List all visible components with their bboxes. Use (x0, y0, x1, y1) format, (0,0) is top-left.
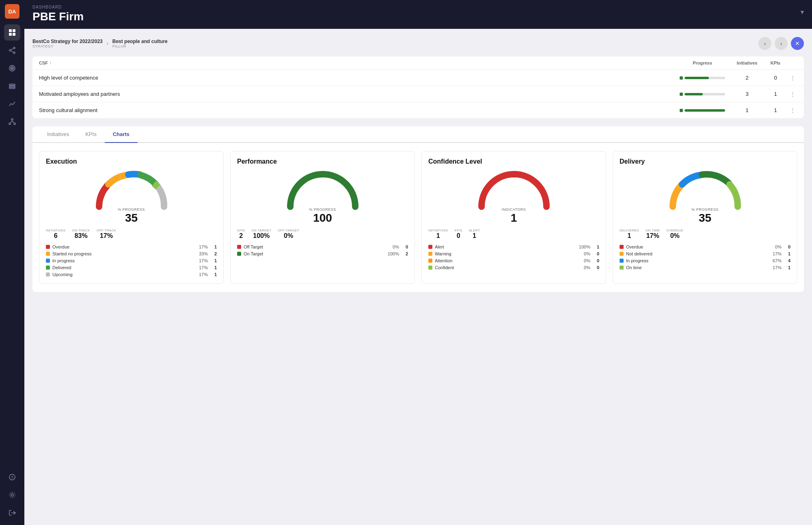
sidebar-item-chart[interactable] (4, 96, 20, 112)
legend-color (428, 259, 432, 263)
legend-color (620, 245, 624, 249)
gauge-confidence: Indicators 1 (428, 170, 599, 225)
col-header-kpis: KPIs (763, 60, 788, 65)
header-label: DASHBOARD (32, 5, 804, 9)
legend-item: In progress 67% 4 (620, 258, 790, 263)
legend-item: Overdue 17% 1 (46, 244, 217, 249)
row-menu-button[interactable]: ⋮ (788, 107, 797, 113)
legend-item: Upcoming 17% 1 (46, 272, 217, 277)
progress-bar-fill (685, 93, 703, 95)
sidebar-item-layers[interactable] (4, 78, 20, 94)
gauge-confidence-stats: INITIATIVES 1 KPIS 0 ALERT 1 (428, 229, 599, 240)
csf-table: CSF ↑ Progress Initiatives KPIs High lev… (32, 56, 804, 118)
row-initiatives: 1 (731, 107, 763, 113)
legend-color (46, 245, 50, 249)
breadcrumb-arrow-icon: › (107, 41, 108, 46)
stat-off-track: OFF-TRACK 17% (97, 229, 116, 240)
progress-dot (680, 93, 683, 96)
sidebar-item-share[interactable] (4, 42, 20, 58)
breadcrumb-pillar[interactable]: Best people and culture PILLAR (112, 39, 168, 48)
nav-prev-button[interactable]: ‹ (758, 37, 771, 50)
chart-performance: Performance % Progress 100 KPIS (230, 151, 415, 284)
row-kpis: 1 (763, 107, 788, 113)
tab-kpis[interactable]: KPIs (77, 126, 104, 143)
stat-kpis: KPIS 2 (237, 229, 245, 240)
col-header-csf: CSF ↑ (39, 60, 662, 65)
breadcrumb-strategy[interactable]: BestCo Strategy for 2022/2023 STRATEGY (32, 39, 103, 48)
content-area: BestCo Strategy for 2022/2023 STRATEGY ›… (24, 29, 812, 525)
legend-item: Overdue 0% 0 (620, 244, 790, 249)
breadcrumb-nav: ‹ › ✕ (758, 37, 804, 50)
svg-line-7 (11, 48, 13, 50)
progress-dot (680, 76, 683, 80)
progress-bar-fill (685, 77, 709, 79)
svg-rect-2 (9, 33, 12, 36)
nav-next-button[interactable]: › (775, 37, 788, 50)
svg-line-19 (10, 121, 12, 123)
tabs-bar: Initiatives KPIs Charts (32, 126, 804, 143)
row-csf-name: High level of competence (39, 75, 662, 81)
table-row: Strong cultural alignment 1 1 ⋮ (32, 102, 804, 118)
gauge-execution: % Progress 35 (46, 170, 217, 225)
stat-initiatives: INITIATIVES 1 (428, 229, 448, 240)
stat-overdue: OVERDUE 0% (666, 229, 683, 240)
row-menu-button[interactable]: ⋮ (788, 75, 797, 81)
charts-grid: Execution (32, 143, 804, 292)
gauge-delivery: % Progress 35 (620, 170, 790, 225)
progress-bar-fill (685, 109, 725, 112)
gauge-performance-center: % Progress 100 (309, 207, 336, 225)
svg-rect-0 (9, 29, 12, 32)
svg-point-16 (9, 123, 11, 125)
legend-color (237, 252, 241, 256)
svg-point-15 (11, 119, 13, 120)
sidebar-help[interactable]: ? (4, 469, 20, 485)
row-progress (674, 109, 731, 112)
tabs-section: Initiatives KPIs Charts Execution (32, 126, 804, 292)
chart-execution: Execution (39, 151, 224, 284)
legend-item: Attention 0% 0 (428, 258, 599, 263)
legend-color (428, 245, 432, 249)
chart-delivery-title: Delivery (620, 158, 790, 165)
svg-line-8 (11, 51, 13, 52)
legend-item: On time 17% 1 (620, 265, 790, 270)
legend-item: Not delivered 17% 1 (620, 251, 790, 256)
col-header-progress: Progress (674, 60, 731, 65)
legend-color (620, 266, 624, 270)
legend-color (428, 252, 432, 256)
svg-point-23 (11, 494, 13, 496)
sort-icon[interactable]: ↑ (50, 61, 52, 65)
tab-charts[interactable]: Charts (105, 126, 138, 143)
svg-point-6 (13, 52, 15, 54)
legend-item: Alert 100% 1 (428, 244, 599, 249)
progress-bar-wrap (685, 77, 725, 79)
legend-item: Confident 0% 0 (428, 265, 599, 270)
tab-initiatives[interactable]: Initiatives (39, 126, 77, 143)
gauge-delivery-svg (669, 170, 742, 211)
stat-on-track: ON-TRACK 83% (72, 229, 90, 240)
gauge-performance-svg (286, 170, 359, 211)
header-chevron-icon[interactable]: ▾ (801, 8, 804, 16)
nav-close-button[interactable]: ✕ (791, 37, 804, 50)
sidebar-logout[interactable] (4, 505, 20, 521)
row-progress (674, 76, 731, 80)
progress-dot (680, 109, 683, 112)
svg-rect-13 (9, 86, 15, 87)
progress-bar-wrap (685, 109, 725, 112)
sidebar-settings[interactable] (4, 487, 20, 503)
legend-item: Delivered 17% 1 (46, 265, 217, 270)
legend-color (620, 259, 624, 263)
legend-color (46, 259, 50, 263)
sidebar-item-target[interactable] (4, 60, 20, 76)
row-menu-button[interactable]: ⋮ (788, 91, 797, 97)
row-csf-name: Motivated amployees and partners (39, 91, 662, 97)
gauge-execution-stats: INITIATIVES 6 ON-TRACK 83% OFF-TRACK 17% (46, 229, 217, 240)
sidebar-item-hierarchy[interactable] (4, 114, 20, 130)
stat-alert: ALERT 1 (469, 229, 480, 240)
sidebar-item-grid[interactable] (4, 24, 20, 41)
row-kpis: 1 (763, 91, 788, 97)
chart-confidence: Confidence Level Indicators 1 INITIATIVE… (421, 151, 606, 284)
svg-point-5 (9, 50, 11, 51)
legend-color (46, 272, 50, 277)
legend-item: Started no progress 33% 2 (46, 251, 217, 256)
svg-text:?: ? (11, 475, 13, 480)
